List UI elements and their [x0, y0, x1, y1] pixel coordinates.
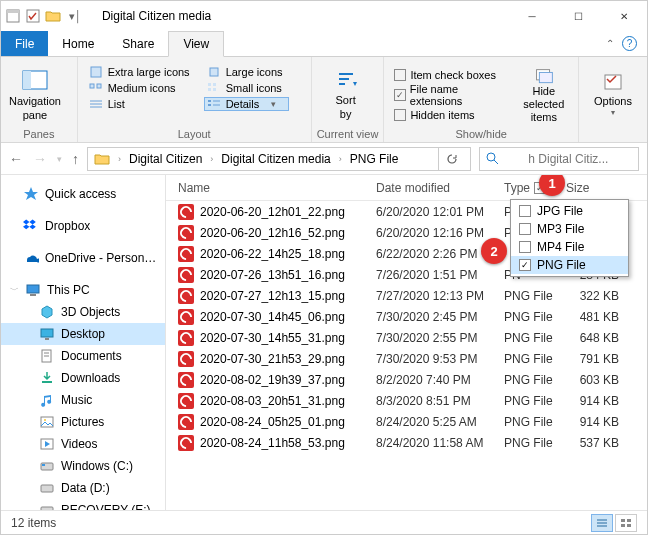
- sidebar-item-recovery-e[interactable]: RECOVERY (E:): [1, 499, 165, 510]
- file-name-ext-toggle[interactable]: ✓File name extensions: [394, 83, 507, 107]
- thumbnails-view-toggle[interactable]: [615, 514, 637, 532]
- sidebar-item-data-d[interactable]: Data (D:): [1, 477, 165, 499]
- file-icon: [178, 204, 194, 220]
- layout-small[interactable]: Small icons: [204, 81, 289, 95]
- help-icon[interactable]: ?: [622, 36, 637, 51]
- sidebar-item-documents[interactable]: Documents: [1, 345, 165, 367]
- svg-rect-8: [97, 84, 101, 88]
- sidebar-desktop-label: Desktop: [61, 327, 105, 341]
- options-button[interactable]: Options ▾: [583, 65, 643, 125]
- item-check-boxes-toggle[interactable]: Item check boxes: [394, 69, 507, 81]
- filter-mp3[interactable]: MP3 File: [511, 220, 628, 238]
- close-button[interactable]: ✕: [601, 1, 647, 31]
- ribbon-expand-icon[interactable]: ⌃: [606, 38, 614, 49]
- file-type: PNG File: [504, 352, 566, 366]
- breadcrumb-1[interactable]: Digital Citizen: [129, 152, 202, 166]
- sidebar-item-dropbox[interactable]: Dropbox: [1, 215, 165, 237]
- navigation-pane-button[interactable]: Navigation pane: [5, 65, 65, 125]
- tab-share[interactable]: Share: [108, 31, 168, 56]
- sidebar-quickaccess-label: Quick access: [45, 187, 116, 201]
- svg-rect-46: [627, 524, 631, 527]
- layout-details[interactable]: Details▾: [204, 97, 289, 111]
- sidebar-videos-label: Videos: [61, 437, 97, 451]
- sidebar-dropbox-label: Dropbox: [45, 219, 90, 233]
- svg-rect-18: [208, 104, 211, 106]
- svg-rect-22: [605, 75, 621, 89]
- svg-rect-11: [208, 88, 211, 91]
- sidebar-item-music[interactable]: Music: [1, 389, 165, 411]
- file-type: PNG File: [504, 415, 566, 429]
- file-icon: [178, 288, 194, 304]
- sidebar-item-desktop[interactable]: Desktop: [1, 323, 165, 345]
- layout-medium[interactable]: Medium icons: [86, 81, 196, 95]
- sidebar-item-videos[interactable]: Videos: [1, 433, 165, 455]
- refresh-button[interactable]: [438, 147, 464, 171]
- up-button[interactable]: ↑: [72, 151, 79, 167]
- back-button[interactable]: ←: [9, 151, 23, 167]
- table-row[interactable]: 2020-08-03_20h51_31.png8/3/2020 8:51 PMP…: [166, 390, 647, 411]
- layout-extra-large[interactable]: Extra large icons: [86, 65, 196, 79]
- properties-quick-icon[interactable]: [25, 8, 41, 24]
- breadcrumb-2[interactable]: Digital Citizen media: [221, 152, 330, 166]
- search-input[interactable]: h Digital Citiz...: [479, 147, 639, 171]
- sort-by-button[interactable]: Sort by: [316, 65, 376, 125]
- search-placeholder: h Digital Citiz...: [505, 152, 608, 166]
- sidebar-item-downloads[interactable]: Downloads: [1, 367, 165, 389]
- file-name: 2020-07-27_12h13_15.png: [200, 289, 345, 303]
- history-dropdown[interactable]: ▾: [57, 154, 62, 164]
- filter-mp4-label: MP4 File: [537, 240, 584, 254]
- sidebar-item-3dobjects[interactable]: 3D Objects: [1, 301, 165, 323]
- breadcrumb-3[interactable]: PNG File: [350, 152, 399, 166]
- column-name[interactable]: Name: [166, 181, 376, 195]
- maximize-button[interactable]: ☐: [555, 1, 601, 31]
- filter-png[interactable]: ✓PNG File: [511, 256, 628, 274]
- svg-rect-1: [7, 10, 19, 13]
- table-row[interactable]: 2020-07-30_21h53_29.png7/30/2020 9:53 PM…: [166, 348, 647, 369]
- svg-rect-7: [90, 84, 94, 88]
- navigation-pane-label: Navigation pane: [9, 95, 61, 121]
- file-date: 7/26/2020 1:51 PM: [376, 268, 504, 282]
- table-row[interactable]: 2020-07-27_12h13_15.png7/27/2020 12:13 P…: [166, 285, 647, 306]
- column-size[interactable]: Size: [566, 181, 647, 195]
- tab-file[interactable]: File: [1, 31, 48, 56]
- filter-jpg[interactable]: JPG File: [511, 202, 628, 220]
- layout-large[interactable]: Large icons: [204, 65, 289, 79]
- table-row[interactable]: 2020-08-24_05h25_01.png8/24/2020 5:25 AM…: [166, 411, 647, 432]
- svg-rect-43: [621, 519, 625, 522]
- svg-rect-33: [41, 417, 53, 427]
- svg-rect-25: [27, 285, 39, 293]
- sidebar-item-windows-c[interactable]: Windows (C:): [1, 455, 165, 477]
- hidden-items-toggle[interactable]: Hidden items: [394, 109, 507, 121]
- hide-selected-button[interactable]: Hide selected items: [514, 65, 574, 125]
- svg-rect-37: [42, 464, 45, 466]
- file-size: 322 KB: [566, 289, 647, 303]
- filter-mp4[interactable]: MP4 File: [511, 238, 628, 256]
- quick-access-icon[interactable]: [5, 8, 21, 24]
- svg-rect-32: [42, 381, 52, 383]
- file-name: 2020-07-30_14h45_06.png: [200, 310, 345, 324]
- table-row[interactable]: 2020-08-24_11h58_53.png8/24/2020 11:58 A…: [166, 432, 647, 453]
- file-date: 8/3/2020 8:51 PM: [376, 394, 504, 408]
- quick-overflow[interactable]: ▾│: [65, 10, 86, 23]
- layout-list[interactable]: List: [86, 97, 196, 111]
- details-view-toggle[interactable]: [591, 514, 613, 532]
- column-date[interactable]: Date modified: [376, 181, 504, 195]
- group-layout-label: Layout: [78, 128, 311, 142]
- table-row[interactable]: 2020-07-30_14h45_06.png7/30/2020 2:45 PM…: [166, 306, 647, 327]
- sidebar-onedrive-label: OneDrive - Person…: [45, 251, 156, 265]
- sidebar-item-thispc[interactable]: ﹀This PC: [1, 279, 165, 301]
- table-row[interactable]: 2020-07-30_14h55_31.png7/30/2020 2:55 PM…: [166, 327, 647, 348]
- minimize-button[interactable]: ─: [509, 1, 555, 31]
- sort-label: Sort by: [336, 94, 356, 120]
- breadcrumb[interactable]: › Digital Citizen › Digital Citizen medi…: [87, 147, 471, 171]
- sidebar-item-quickaccess[interactable]: Quick access: [1, 183, 165, 205]
- sidebar-item-onedrive[interactable]: OneDrive - Person…: [1, 247, 165, 269]
- forward-button[interactable]: →: [33, 151, 47, 167]
- main-area: Quick access Dropbox OneDrive - Person… …: [1, 175, 647, 510]
- file-name: 2020-06-20_12h01_22.png: [200, 205, 345, 219]
- table-row[interactable]: 2020-08-02_19h39_37.png8/2/2020 7:40 PMP…: [166, 369, 647, 390]
- sidebar-item-pictures[interactable]: Pictures: [1, 411, 165, 433]
- tab-home[interactable]: Home: [48, 31, 108, 56]
- tab-view[interactable]: View: [168, 31, 224, 57]
- navigation-sidebar: Quick access Dropbox OneDrive - Person… …: [1, 175, 166, 510]
